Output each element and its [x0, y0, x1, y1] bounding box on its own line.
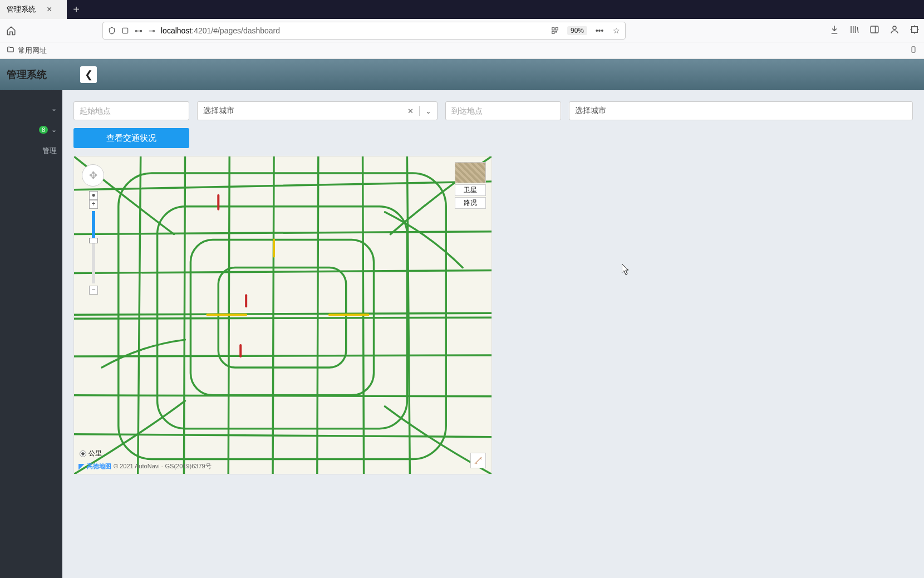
main-layout: ⌄ 8 ⌄ 管理 选择城市 ✕ ⌄ 选择城市	[0, 90, 924, 578]
svg-point-6	[893, 26, 896, 30]
sidebar-item-2[interactable]: 8 ⌄	[0, 119, 62, 140]
extension-icon[interactable]	[910, 25, 920, 37]
satellite-thumb[interactable]	[455, 162, 486, 183]
divider	[419, 106, 420, 116]
star-icon[interactable]: ☆	[612, 26, 621, 35]
page-info-icon[interactable]	[121, 26, 130, 35]
copyright-text: © 2021 AutoNavi - GS(2019)6379号	[114, 462, 212, 471]
bookmarks-folder[interactable]: 常用网址	[18, 46, 47, 56]
browser-tab[interactable]: 管理系统 ×	[0, 0, 67, 19]
svg-rect-1	[552, 27, 554, 30]
select-label: 选择城市	[575, 106, 606, 116]
clear-icon[interactable]: ✕	[407, 107, 414, 115]
sidebar: ⌄ 8 ⌄ 管理	[0, 90, 62, 578]
zoom-badge[interactable]: 90%	[567, 26, 587, 35]
start-location-input[interactable]	[73, 101, 189, 120]
new-tab-button[interactable]: +	[67, 0, 86, 19]
svg-rect-2	[556, 27, 558, 30]
amap-logo-icon: ◤	[78, 462, 85, 471]
map[interactable]: ✥ ● + − 卫星 路况 公里 ◤ 高德地图 © 20	[73, 156, 492, 474]
qr-icon[interactable]	[551, 26, 559, 35]
map-layers: 卫星 路况	[455, 162, 486, 209]
chevron-down-icon: ⌄	[51, 105, 57, 112]
content: 选择城市 ✕ ⌄ 选择城市 查看交通状况	[62, 90, 924, 578]
connection-icon[interactable]: ⊸	[148, 26, 156, 35]
collapse-button[interactable]: ❮	[80, 66, 97, 83]
account-icon[interactable]	[889, 25, 900, 37]
zoom-control: ● + −	[89, 191, 99, 295]
home-icon[interactable]	[4, 24, 18, 37]
browser-titlebar: 管理系统 × +	[0, 0, 924, 19]
start-city-select[interactable]: 选择城市 ✕ ⌄	[197, 101, 438, 120]
dest-location-input[interactable]	[445, 101, 561, 120]
sidebar-badge: 8	[39, 126, 48, 134]
mobile-icon[interactable]	[910, 46, 917, 55]
app-title: 管理系统	[7, 68, 47, 81]
chevron-left-icon: ❮	[85, 68, 93, 81]
download-icon[interactable]	[829, 25, 839, 37]
svg-rect-5	[871, 26, 878, 33]
compass-control[interactable]: ✥	[82, 164, 104, 187]
shield-icon[interactable]	[107, 26, 116, 35]
sidebar-item-management[interactable]: 管理	[0, 140, 62, 161]
chevron-down-icon[interactable]: ⌄	[425, 107, 431, 115]
svg-rect-7	[912, 26, 918, 32]
svg-rect-0	[122, 28, 127, 33]
permissions-icon[interactable]: ⊶	[134, 26, 143, 35]
map-roads	[74, 156, 492, 474]
zoom-handle[interactable]	[89, 238, 98, 243]
folder-icon	[7, 46, 14, 55]
url-text: localhost:4201/#/pages/dashboard	[161, 26, 546, 35]
dest-city-select[interactable]: 选择城市	[569, 101, 913, 120]
radio-icon	[80, 450, 86, 457]
traffic-button[interactable]: 路况	[455, 197, 486, 209]
sidebar-item-1[interactable]: ⌄	[0, 98, 62, 119]
sidebar-icon[interactable]	[869, 25, 879, 37]
tab-title: 管理系统	[7, 4, 36, 14]
map-unit-toggle[interactable]: 公里	[80, 449, 102, 458]
form-row-2: 查看交通状况	[73, 128, 913, 148]
zoom-in-button[interactable]: +	[89, 200, 98, 209]
svg-rect-8	[912, 47, 915, 53]
map-attribution: ◤ 高德地图 © 2021 AutoNavi - GS(2019)6379号	[78, 462, 212, 471]
app-header: 管理系统 ❮	[0, 59, 924, 90]
browser-toolbar: ⊶ ⊸ localhost:4201/#/pages/dashboard 90%…	[0, 19, 924, 42]
svg-rect-3	[552, 31, 554, 33]
view-traffic-button[interactable]: 查看交通状况	[73, 128, 189, 148]
bookmarks-bar: 常用网址	[0, 42, 924, 59]
satellite-button[interactable]: 卫星	[455, 184, 486, 196]
unit-label: 公里	[89, 449, 102, 458]
sidebar-item-label: 管理	[42, 146, 57, 156]
measure-button[interactable]	[470, 453, 486, 468]
url-bar[interactable]: ⊶ ⊸ localhost:4201/#/pages/dashboard 90%…	[102, 22, 626, 40]
zoom-out-button[interactable]: −	[89, 286, 98, 295]
svg-rect-4	[556, 31, 557, 32]
zoom-reset-button[interactable]: ●	[89, 191, 98, 200]
library-icon[interactable]	[849, 25, 859, 37]
zoom-slider[interactable]	[92, 211, 95, 283]
chevron-down-icon: ⌄	[51, 126, 57, 134]
form-row-1: 选择城市 ✕ ⌄ 选择城市	[73, 101, 913, 120]
select-label: 选择城市	[203, 106, 234, 116]
close-icon[interactable]: ×	[47, 4, 52, 14]
amap-brand: 高德地图	[87, 462, 111, 471]
more-icon[interactable]: •••	[595, 26, 604, 35]
